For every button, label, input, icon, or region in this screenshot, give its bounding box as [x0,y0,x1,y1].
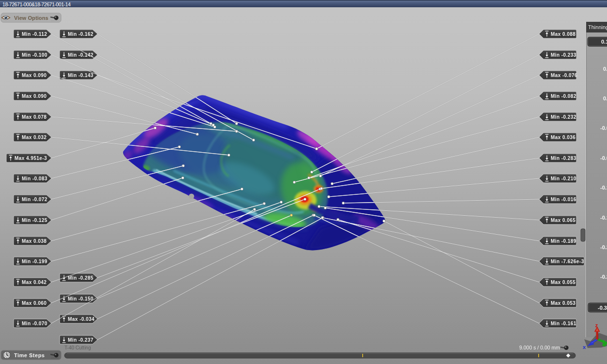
svg-text:-0.05: -0.05 [600,155,607,161]
svg-text:Min -0.237: Min -0.237 [68,337,94,343]
svg-text:9.000 s / 0.00 mm: 9.000 s / 0.00 mm [519,345,560,350]
svg-text:Max 0.032: Max 0.032 [22,135,47,140]
svg-text:Min -0.199: Min -0.199 [22,259,48,264]
svg-text:-0.10: -0.10 [600,185,607,190]
svg-text:Max 0.090: Max 0.090 [22,94,47,99]
svg-text:Max 4.951e-3: Max 4.951e-3 [15,156,47,161]
svg-text:Min -0.082: Min -0.082 [551,94,576,99]
svg-text:Max 0.055: Max 0.055 [551,280,575,285]
svg-text:Min -0.143: Min -0.143 [68,73,94,78]
svg-text:View Options: View Options [14,15,48,21]
svg-text:Min -0.100: Min -0.100 [22,52,48,58]
svg-text:Max 0.036: Max 0.036 [551,135,575,140]
svg-text:Min -0.150: Min -0.150 [68,296,94,301]
svg-text:Max -0.034: Max -0.034 [68,317,95,322]
svg-text:Min -0.016: Min -0.016 [551,197,576,202]
svg-text:-0.30: -0.30 [598,305,607,311]
svg-text:Max 0.042: Max 0.042 [22,280,47,285]
svg-text:Thinning: Thinning [588,24,607,30]
svg-text:T-40 Cutting: T-40 Cutting [64,345,91,350]
svg-text:Min -0.285: Min -0.285 [68,275,94,281]
svg-text:Time Steps: Time Steps [14,352,45,358]
svg-text:Min -0.142: Min -0.142 [68,52,94,58]
svg-text:Max 0.060: Max 0.060 [22,301,47,306]
svg-text:0.05: 0.05 [603,95,607,101]
svg-text:Min -0.283: Min -0.283 [551,156,576,161]
svg-text:Max -0.076: Max -0.076 [551,73,577,78]
svg-text:Max 0.053: Max 0.053 [551,301,575,306]
svg-text:Min -0.125: Min -0.125 [22,218,48,223]
svg-text:0.15: 0.15 [601,39,607,45]
svg-text:z: z [595,322,598,328]
svg-text:Min -0.161: Min -0.161 [551,321,576,326]
svg-text:Min -0.112: Min -0.112 [22,32,47,37]
svg-text:Min -0.232: Min -0.232 [551,114,576,120]
svg-text:Min -0.210: Min -0.210 [551,176,576,181]
svg-text:Max 0.090: Max 0.090 [22,73,47,78]
svg-text:Max 0.088: Max 0.088 [551,32,575,37]
svg-text:0.10: 0.10 [603,66,607,72]
svg-text:-0.25: -0.25 [600,274,607,280]
svg-text:Min -0.233: Min -0.233 [551,52,576,58]
svg-text:-0.15: -0.15 [600,215,607,221]
svg-text:Min -0.070: Min -0.070 [22,321,48,326]
svg-text:Min -7.626e-3: Min -7.626e-3 [551,259,584,264]
svg-text:Max 0.078: Max 0.078 [22,114,47,120]
svg-text:x: x [583,344,586,350]
svg-text:Max 0.065: Max 0.065 [551,218,575,223]
svg-text:Min -0.072: Min -0.072 [22,197,48,202]
svg-text:Min -0.162: Min -0.162 [68,32,94,37]
svg-text:Max 0.038: Max 0.038 [22,238,47,244]
svg-text:-0.00: -0.00 [600,125,607,131]
svg-text:Min -0.083: Min -0.083 [22,176,48,181]
svg-text:Min -0.189: Min -0.189 [551,238,576,244]
svg-text:-0.20: -0.20 [600,244,607,250]
